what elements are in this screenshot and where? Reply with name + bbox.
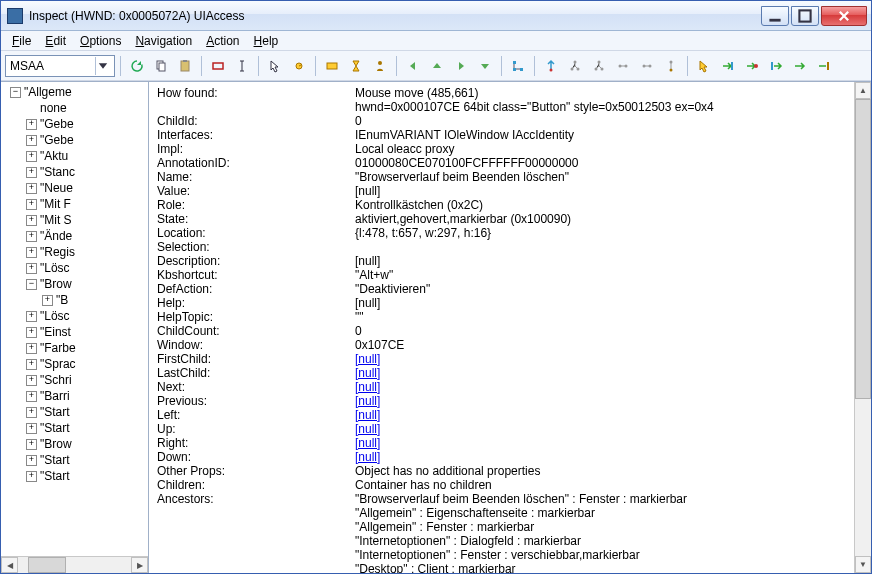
expand-icon[interactable] — [25, 198, 38, 211]
expand-icon[interactable] — [25, 470, 38, 483]
expand-icon[interactable] — [25, 246, 38, 259]
tree-item[interactable]: "Start — [3, 452, 148, 468]
expand-icon[interactable] — [25, 118, 38, 131]
next-sibling-button[interactable] — [612, 55, 634, 77]
expand-icon[interactable] — [25, 278, 38, 291]
cursor-button[interactable] — [264, 55, 286, 77]
expand-icon[interactable] — [25, 150, 38, 163]
arrow-up-button[interactable] — [426, 55, 448, 77]
property-value[interactable]: [null] — [355, 380, 380, 394]
tree-item[interactable]: "Aktu — [3, 148, 148, 164]
expand-icon[interactable] — [25, 358, 38, 371]
focus-rect-button[interactable] — [321, 55, 343, 77]
hourglass-button[interactable] — [345, 55, 367, 77]
tree-item[interactable]: "Brow — [3, 436, 148, 452]
scroll-right-button[interactable]: ▶ — [131, 557, 148, 573]
arrow-down-button[interactable] — [474, 55, 496, 77]
property-value[interactable]: [null] — [355, 352, 380, 366]
menu-help[interactable]: Help — [247, 33, 286, 49]
tree-item[interactable]: "Start — [3, 468, 148, 484]
property-value[interactable]: [null] — [355, 394, 380, 408]
copy-button[interactable] — [150, 55, 172, 77]
tree-item[interactable]: "Schri — [3, 372, 148, 388]
go-right-button[interactable] — [717, 55, 739, 77]
property-value[interactable]: [null] — [355, 422, 380, 436]
go-up-button[interactable] — [765, 55, 787, 77]
scroll-thumb[interactable] — [855, 99, 871, 399]
horizontal-scrollbar[interactable]: ◀ ▶ — [1, 556, 148, 573]
menu-options[interactable]: Options — [73, 33, 128, 49]
tree-item[interactable]: "Neue — [3, 180, 148, 196]
scroll-up-button[interactable]: ▲ — [855, 82, 871, 99]
yellow-cursor-button[interactable] — [693, 55, 715, 77]
parent-button[interactable] — [540, 55, 562, 77]
tree-item[interactable]: "Mit S — [3, 212, 148, 228]
scroll-thumb[interactable] — [28, 557, 66, 573]
rectangle-button[interactable] — [207, 55, 229, 77]
expand-icon[interactable] — [25, 326, 38, 339]
tree-item[interactable]: "Allgeme — [3, 84, 148, 100]
tree-item[interactable]: "Lösc — [3, 260, 148, 276]
go-end-button[interactable] — [813, 55, 835, 77]
expand-icon[interactable] — [25, 214, 38, 227]
tree-item[interactable]: "B — [3, 292, 148, 308]
minimize-button[interactable] — [761, 6, 789, 26]
api-combo[interactable]: MSAA — [5, 55, 115, 77]
scroll-left-button[interactable]: ◀ — [1, 557, 18, 573]
arrow-left-button[interactable] — [402, 55, 424, 77]
expand-icon[interactable] — [25, 406, 38, 419]
close-button[interactable] — [821, 6, 867, 26]
last-child-button[interactable] — [588, 55, 610, 77]
property-value[interactable]: [null] — [355, 366, 380, 380]
expand-icon[interactable] — [25, 454, 38, 467]
tree-item[interactable]: "Start — [3, 420, 148, 436]
expand-icon[interactable] — [25, 262, 38, 275]
tree-item[interactable]: "Regis — [3, 244, 148, 260]
expand-icon[interactable] — [25, 182, 38, 195]
menu-navigation[interactable]: Navigation — [128, 33, 199, 49]
menu-edit[interactable]: Edit — [38, 33, 73, 49]
tree-item[interactable]: "Ände — [3, 228, 148, 244]
scroll-track[interactable] — [18, 557, 131, 573]
tree-item[interactable]: "Sprac — [3, 356, 148, 372]
caret-button[interactable] — [369, 55, 391, 77]
tree-item[interactable]: "Farbe — [3, 340, 148, 356]
expand-icon[interactable] — [25, 438, 38, 451]
scroll-down-button[interactable]: ▼ — [855, 556, 871, 573]
paste-button[interactable] — [174, 55, 196, 77]
first-child-button[interactable] — [564, 55, 586, 77]
expand-icon[interactable] — [25, 390, 38, 403]
tree-panel[interactable]: "Allgemenone"Gebe"Gebe"Aktu"Stanc"Neue"M… — [1, 82, 149, 573]
expand-icon[interactable] — [25, 134, 38, 147]
vertical-scrollbar[interactable]: ▲ ▼ — [854, 82, 871, 573]
go-next-button[interactable] — [789, 55, 811, 77]
expand-icon[interactable] — [41, 294, 54, 307]
tree-item[interactable]: "Mit F — [3, 196, 148, 212]
property-value[interactable]: [null] — [355, 436, 380, 450]
expand-icon[interactable] — [25, 342, 38, 355]
details-panel[interactable]: How found:Mouse move (485,661)hwnd=0x000… — [149, 82, 854, 573]
tree-item[interactable]: "Gebe — [3, 132, 148, 148]
expand-icon[interactable] — [25, 310, 38, 323]
child-button[interactable] — [660, 55, 682, 77]
tree-item[interactable]: "Einst — [3, 324, 148, 340]
maximize-button[interactable] — [791, 6, 819, 26]
expand-icon[interactable] — [25, 166, 38, 179]
tree-item[interactable]: "Gebe — [3, 116, 148, 132]
titlebar[interactable]: Inspect (HWND: 0x0005072A) UIAccess — [1, 1, 871, 31]
tree-item[interactable]: "Brow — [3, 276, 148, 292]
expand-icon[interactable] — [25, 422, 38, 435]
watch-button[interactable] — [288, 55, 310, 77]
menu-file[interactable]: File — [5, 33, 38, 49]
expand-icon[interactable] — [25, 230, 38, 243]
textcursor-button[interactable] — [231, 55, 253, 77]
tree-nav-button[interactable] — [507, 55, 529, 77]
property-value[interactable]: [null] — [355, 408, 380, 422]
refresh-button[interactable] — [126, 55, 148, 77]
property-value[interactable]: [null] — [355, 450, 380, 464]
tree-item[interactable]: "Start — [3, 404, 148, 420]
expand-icon[interactable] — [25, 374, 38, 387]
tree-item[interactable]: "Stanc — [3, 164, 148, 180]
go-marker-button[interactable] — [741, 55, 763, 77]
expand-icon[interactable] — [9, 86, 22, 99]
